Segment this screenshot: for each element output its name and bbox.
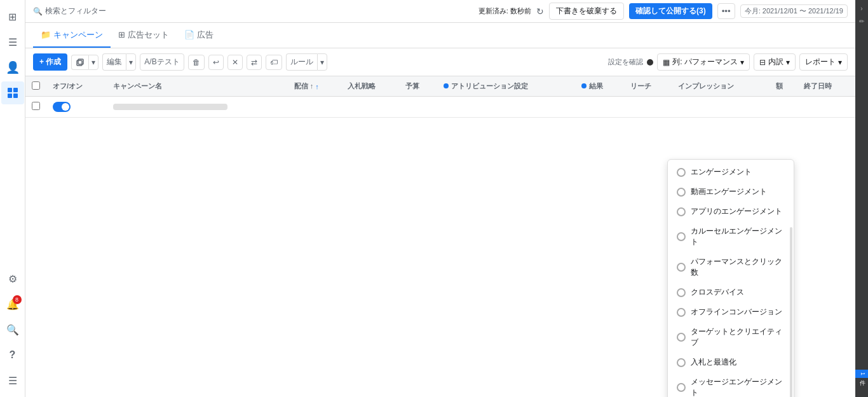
row-campaign-name	[107, 97, 287, 118]
edit-arrow[interactable]: ▾	[126, 53, 136, 71]
delete-button[interactable]: 🗑	[188, 55, 205, 70]
search-area[interactable]: 🔍 検索とフィルター	[33, 6, 106, 17]
col-bid: 入札戦略	[341, 76, 399, 97]
tab-adsets[interactable]: ⊞ 広告セット	[111, 23, 177, 48]
dropdown-item-engagement[interactable]: エンゲージメント	[668, 162, 794, 182]
search-icon[interactable]: 🔍	[1, 318, 24, 341]
col-delivery[interactable]: 配信 ↑ ↑	[288, 76, 341, 97]
home-icon[interactable]: ⊞	[1, 5, 24, 28]
settings-icon[interactable]: ⚙	[1, 267, 24, 290]
move-button[interactable]: ⇄	[247, 55, 262, 70]
dropdown-item-carousel[interactable]: カルーセルエンゲージメント	[668, 221, 794, 252]
rule-button-group: ルール ▾	[286, 53, 327, 71]
ab-test-button[interactable]: A/Bテスト	[140, 53, 184, 71]
radio-video	[677, 188, 686, 197]
dropdown-scrollbar	[790, 227, 792, 397]
edit-button-group: 編集 ▾	[102, 53, 136, 71]
create-button[interactable]: + 作成	[33, 53, 67, 71]
radio-engagement	[677, 168, 686, 177]
row-delivery	[288, 97, 341, 118]
nav-tabs: 📁 キャンペーン ⊞ 広告セット 📄 広告	[25, 23, 855, 48]
breakdown-button[interactable]: ⊟ 内訳 ▾	[754, 53, 796, 71]
date-range[interactable]: 今月: 2021/12/01 〜 2021/12/19	[740, 4, 848, 18]
radio-messaging	[677, 383, 686, 392]
toolbar-right: 設定を確認 ▦ 列: パフォーマンス ▾ ⊟ 内訳 ▾ レポート ▾	[608, 53, 848, 71]
discard-button[interactable]: 下書きを破棄する	[549, 3, 624, 20]
svg-rect-5	[78, 59, 83, 64]
results-dot	[581, 83, 587, 88]
ads-icon: 📄	[184, 30, 194, 39]
radio-app	[677, 207, 686, 216]
duplicate-button[interactable]	[71, 55, 88, 70]
select-all-checkbox[interactable]	[32, 81, 40, 90]
toggle-dot	[62, 103, 69, 111]
dropdown-item-offline[interactable]: オフラインコンバージョン	[668, 302, 794, 322]
columns-icon: ▦	[663, 58, 670, 67]
main-content: 🔍 検索とフィルター 更新済み: 数秒前 ↻ 下書きを破棄する 確認して公開する…	[25, 0, 855, 397]
report-button[interactable]: レポート ▾	[799, 53, 848, 71]
tab-ads[interactable]: 📄 広告	[177, 23, 221, 48]
col-budget: 予算	[399, 76, 437, 97]
update-status: 更新済み: 数秒前	[478, 6, 531, 16]
dropdown-item-targeting[interactable]: ターゲットとクリエイティブ	[668, 322, 794, 352]
avatar-icon[interactable]: 👤	[1, 56, 24, 79]
row-bid	[341, 97, 399, 118]
row-impressions	[672, 97, 770, 118]
notification-badge: 8	[13, 295, 22, 304]
grid-icon[interactable]	[1, 81, 24, 104]
dropdown-item-messaging[interactable]: メッセージエンゲージメント	[668, 372, 794, 397]
row-attribution	[437, 97, 576, 118]
right-expand-icon[interactable]: ›	[856, 3, 867, 14]
tab-campaigns[interactable]: 📁 キャンペーン	[33, 23, 111, 48]
col-campaign-name: キャンペーン名	[107, 76, 287, 97]
refresh-icon[interactable]: ↻	[536, 6, 544, 17]
row-budget	[399, 97, 437, 118]
breakdown-icon: ⊟	[759, 58, 766, 67]
radio-targeting	[677, 333, 686, 342]
row-toggle[interactable]	[46, 97, 107, 118]
rule-arrow[interactable]: ▾	[317, 53, 327, 71]
sort-arrow: ↑	[315, 83, 319, 90]
undo-button[interactable]: ↩	[208, 55, 224, 70]
tag-button[interactable]: 🏷	[266, 55, 282, 70]
dropdown-item-crossdevice[interactable]: クロスデバイス	[668, 282, 794, 302]
columns-button[interactable]: ▦ 列: パフォーマンス ▾	[657, 53, 750, 71]
list-icon[interactable]: ☰	[1, 369, 24, 392]
trash-button[interactable]: ✕	[227, 55, 243, 70]
more-button[interactable]: •••	[717, 3, 735, 19]
help-icon[interactable]: ?	[1, 344, 24, 366]
svg-rect-1	[13, 88, 18, 92]
svg-rect-0	[8, 88, 12, 92]
col-impressions: インプレッション	[672, 76, 770, 97]
campaign-toggle[interactable]	[53, 102, 71, 112]
dropdown-item-app[interactable]: アプリのエンゲージメント	[668, 202, 794, 221]
settings-check-label: 設定を確認	[608, 57, 643, 67]
table-container: オフ/オン キャンペーン名 配信 ↑ ↑ 入札戦略	[25, 76, 855, 397]
col-toggle: オフ/オン	[46, 76, 107, 97]
left-sidebar: ⊞ ☰ 👤 ⚙ 🔔 8 🔍 ? ☰	[0, 0, 25, 397]
dropdown-item-performance[interactable]: パフォーマンスとクリック数	[668, 252, 794, 282]
menu-icon[interactable]: ☰	[1, 31, 24, 53]
col-reach: リーチ	[624, 76, 672, 97]
publish-button[interactable]: 確認して公開する(3)	[629, 3, 712, 19]
edit-button[interactable]: 編集	[102, 53, 126, 71]
dropdown-item-bidding[interactable]: 入札と最適化	[668, 352, 794, 372]
breakdown-arrow: ▾	[786, 58, 790, 67]
duplicate-arrow[interactable]: ▾	[88, 55, 98, 70]
report-arrow: ▾	[838, 58, 842, 67]
row-amount	[770, 97, 797, 118]
checkbox-header[interactable]	[25, 76, 46, 97]
right-edit-icon[interactable]: ✏	[856, 15, 867, 27]
notification-icon[interactable]: 🔔 8	[1, 293, 24, 316]
rule-button[interactable]: ルール	[286, 53, 317, 71]
row-select-checkbox[interactable]	[32, 102, 40, 110]
row-results	[575, 97, 624, 118]
duplicate-icon	[76, 58, 85, 67]
row-checkbox[interactable]	[25, 97, 46, 118]
dropdown-item-video[interactable]: 動画エンゲージメント	[668, 182, 794, 202]
right-sidebar: › ✏ 1件	[855, 0, 868, 397]
campaigns-table: オフ/オン キャンペーン名 配信 ↑ ↑ 入札戦略	[25, 76, 855, 118]
col-end-date: 終了日時	[797, 76, 855, 97]
expand-count[interactable]: 1件	[855, 370, 868, 378]
radio-crossdevice	[677, 288, 686, 297]
